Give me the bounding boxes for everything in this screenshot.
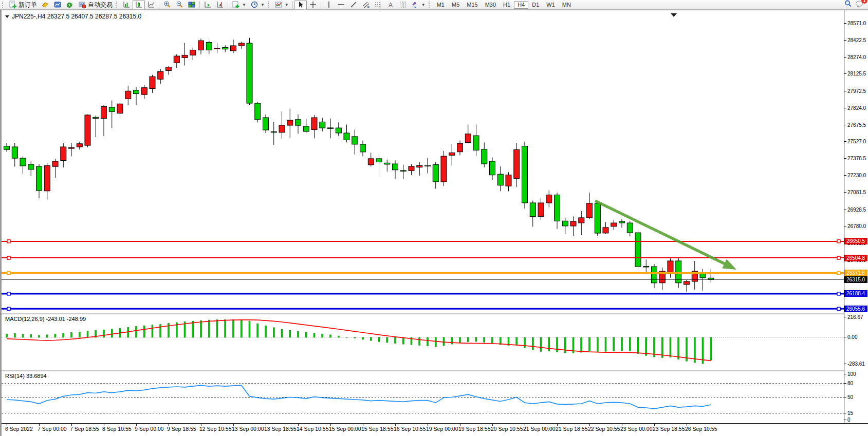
timeframe-m5[interactable]: M5 bbox=[448, 1, 463, 9]
candle-body bbox=[28, 164, 34, 169]
chart-shift-marker[interactable] bbox=[671, 13, 677, 17]
trendline-button[interactable] bbox=[347, 1, 360, 9]
candle-body bbox=[85, 115, 90, 145]
price-tag-26504.8[interactable]: 26504.8 bbox=[844, 255, 867, 261]
rsi-pane[interactable]: RSI(14) 33.6894 bbox=[2, 371, 846, 423]
new-order-button[interactable]: 新订单 bbox=[7, 1, 39, 9]
candle-body bbox=[595, 203, 600, 233]
text-icon: A bbox=[386, 1, 395, 9]
timeframe-m1[interactable]: M1 bbox=[433, 1, 448, 9]
toolbar-grip[interactable] bbox=[2, 2, 5, 8]
line-handle[interactable] bbox=[837, 272, 840, 275]
chart-shift-button[interactable] bbox=[214, 1, 226, 9]
profiles-clock-dropdown[interactable]: ▼ bbox=[248, 1, 267, 9]
text-button[interactable]: A bbox=[384, 1, 397, 9]
line-handle[interactable] bbox=[7, 292, 10, 295]
vertical-line-button[interactable] bbox=[323, 1, 335, 9]
fibonacci-button[interactable]: F bbox=[372, 1, 384, 9]
candle-body bbox=[497, 174, 503, 185]
candle-body bbox=[12, 147, 17, 158]
candle-body bbox=[36, 166, 42, 191]
macd-bar bbox=[14, 333, 15, 337]
arrows-dropdown[interactable]: ▼ bbox=[409, 1, 428, 9]
equidistant-channel-button[interactable]: E bbox=[360, 1, 372, 9]
candle-body bbox=[214, 48, 220, 49]
macd-bar bbox=[524, 337, 526, 348]
macd-bar bbox=[322, 334, 323, 337]
notifications-button[interactable]: 1 bbox=[855, 0, 864, 10]
timeframe-m30[interactable]: M30 bbox=[482, 1, 500, 9]
autotrading-label: 自动交易 bbox=[88, 1, 113, 9]
horizontal-line-button[interactable] bbox=[335, 1, 347, 9]
main-chart-pane[interactable]: JPN225-,H4 26327.5 26407.5 26287.5 26315… bbox=[2, 10, 846, 313]
candle-body bbox=[603, 228, 608, 233]
macd-bar bbox=[670, 337, 671, 357]
signals-button[interactable] bbox=[64, 1, 76, 9]
date-label: 7 Sep 00:00 bbox=[38, 426, 67, 432]
toolbar-grip[interactable] bbox=[429, 2, 432, 8]
toolbar-grip[interactable] bbox=[116, 2, 119, 8]
notification-badge: 1 bbox=[861, 0, 867, 4]
date-label: 19 Sep 18:55 bbox=[458, 426, 490, 432]
auto-scroll-button[interactable] bbox=[201, 1, 214, 9]
macd-pane[interactable]: MACD(12,26,9) -243.01 -248.99 bbox=[2, 314, 846, 370]
price-tag-26315.0[interactable]: 26315.0 bbox=[844, 276, 867, 283]
bar-chart-button[interactable] bbox=[120, 1, 133, 9]
line-handle[interactable] bbox=[7, 272, 10, 275]
macd-bar bbox=[443, 337, 445, 346]
macd-bar bbox=[427, 337, 429, 346]
date-label: 21 Sep 18:55 bbox=[556, 426, 587, 432]
timeframe-h1[interactable]: H1 bbox=[500, 1, 514, 9]
timeframe-mn[interactable]: MN bbox=[559, 1, 575, 9]
indicators-dropdown[interactable]: ▼ bbox=[272, 1, 291, 9]
text-label-button[interactable]: T bbox=[397, 1, 409, 9]
cursor-button[interactable] bbox=[294, 1, 307, 9]
new-chart-dropdown[interactable]: ▼ bbox=[230, 1, 248, 9]
timeframe-w1[interactable]: W1 bbox=[543, 1, 559, 9]
fibonacci-icon: F bbox=[374, 1, 382, 9]
date-label: 13 Sep 00:00 bbox=[232, 426, 264, 432]
price-tag-26371.6[interactable]: 26371.6 bbox=[844, 270, 867, 276]
clock-icon bbox=[250, 1, 258, 9]
toolbar-grip[interactable] bbox=[268, 2, 271, 8]
candle-body bbox=[287, 120, 293, 125]
macd-bar bbox=[160, 324, 161, 337]
line-chart-button[interactable] bbox=[145, 1, 157, 9]
price-tag-26650.5[interactable]: 26650.5 bbox=[844, 238, 867, 244]
macd-bar bbox=[581, 337, 582, 352]
macd-bar bbox=[370, 337, 372, 340]
candle-body bbox=[643, 267, 649, 267]
crosshair-button[interactable] bbox=[307, 1, 319, 9]
line-handle[interactable] bbox=[837, 256, 840, 259]
chart-window-button[interactable] bbox=[51, 1, 64, 9]
date-label: 26 Sep 10:55 bbox=[685, 426, 717, 432]
price-tag-26055.6[interactable]: 26055.6 bbox=[844, 306, 867, 312]
metaeditor-button[interactable] bbox=[39, 1, 51, 9]
autotrading-button[interactable]: 自动交易 bbox=[76, 1, 115, 9]
tile-windows-button[interactable] bbox=[186, 1, 198, 9]
zoom-in-button[interactable] bbox=[161, 1, 173, 9]
candle-body bbox=[684, 281, 690, 285]
macd-bar bbox=[265, 326, 267, 337]
line-handle[interactable] bbox=[7, 256, 10, 259]
line-handle[interactable] bbox=[837, 240, 840, 243]
timeframe-h4[interactable]: H4 bbox=[514, 1, 528, 9]
line-handle[interactable] bbox=[7, 307, 10, 310]
timeframe-m15[interactable]: M15 bbox=[463, 1, 481, 9]
trend-arrow[interactable] bbox=[595, 201, 736, 270]
chart-context-toggle-icon[interactable] bbox=[5, 15, 9, 18]
crosshair-icon bbox=[309, 1, 317, 9]
line-handle[interactable] bbox=[837, 292, 840, 295]
zoom-out-button[interactable] bbox=[173, 1, 186, 9]
search-button[interactable] bbox=[844, 0, 852, 10]
timeframe-d1[interactable]: D1 bbox=[528, 1, 543, 9]
line-handle[interactable] bbox=[837, 307, 840, 310]
toolbar-separator bbox=[321, 1, 321, 9]
macd-bar bbox=[362, 337, 364, 339]
candle-body bbox=[20, 158, 26, 166]
candlestick-chart-button[interactable] bbox=[133, 1, 145, 9]
price-tag-26188.4[interactable]: 26188.4 bbox=[844, 290, 867, 297]
line-handle[interactable] bbox=[7, 240, 10, 243]
candle-body bbox=[465, 134, 471, 143]
candle-body bbox=[150, 77, 155, 88]
